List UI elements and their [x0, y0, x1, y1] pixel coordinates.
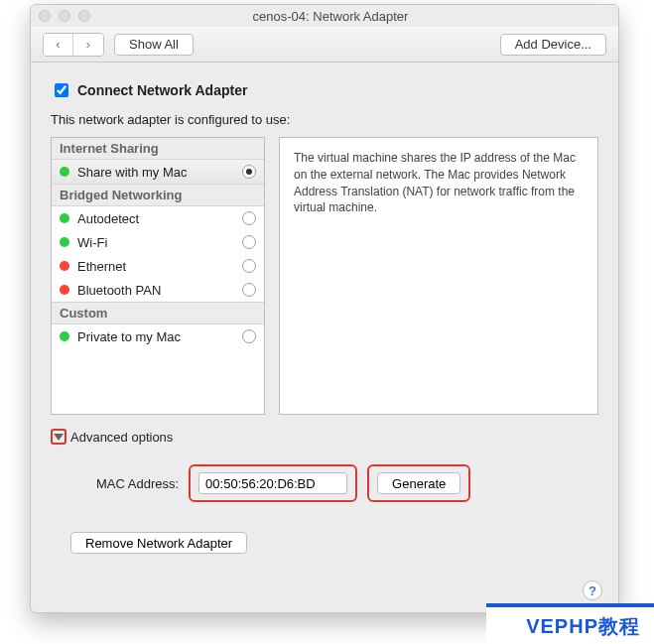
option-wifi[interactable]: Wi-Fi: [52, 230, 264, 254]
connect-label: Connect Network Adapter: [77, 82, 247, 98]
status-dot-icon: [60, 285, 69, 295]
network-mode-list: Internet Sharing Share with my Mac Bridg…: [51, 137, 265, 415]
status-dot-icon: [60, 213, 69, 223]
toolbar: ‹ › Show All Add Device...: [31, 27, 618, 63]
remove-row: Remove Network Adapter: [51, 532, 598, 554]
status-dot-icon: [60, 167, 69, 177]
titlebar: cenos-04: Network Adapter: [31, 5, 618, 27]
option-label: Share with my Mac: [77, 165, 234, 180]
generate-highlight: Generate: [367, 464, 470, 502]
generate-button[interactable]: Generate: [377, 472, 460, 494]
config-subtitle: This network adapter is configured to us…: [51, 112, 598, 127]
option-share-with-mac[interactable]: Share with my Mac: [52, 160, 264, 184]
status-dot-icon: [60, 261, 69, 271]
option-autodetect[interactable]: Autodetect: [52, 206, 264, 230]
status-dot-icon: [60, 237, 69, 247]
show-all-button[interactable]: Show All: [114, 34, 194, 56]
option-label: Ethernet: [77, 259, 234, 274]
close-icon[interactable]: [39, 10, 51, 22]
mac-address-row: MAC Address: Generate: [51, 464, 598, 502]
mode-description: The virtual machine shares the IP addres…: [279, 137, 598, 415]
back-button[interactable]: ‹: [44, 34, 73, 56]
option-ethernet[interactable]: Ethernet: [52, 254, 264, 278]
help-button[interactable]: ?: [583, 580, 602, 600]
option-bluetooth-pan[interactable]: Bluetooth PAN: [52, 278, 264, 302]
connect-checkbox[interactable]: [55, 83, 68, 97]
nav-segment: ‹ ›: [43, 33, 104, 57]
content-pane: Connect Network Adapter This network ada…: [31, 63, 618, 612]
advanced-row: Advanced options: [51, 429, 598, 445]
settings-window: cenos-04: Network Adapter ‹ › Show All A…: [30, 4, 619, 613]
add-device-button[interactable]: Add Device...: [500, 34, 606, 56]
window-title: cenos-04: Network Adapter: [51, 9, 610, 24]
watermark-label: VEPHP教程: [486, 603, 654, 644]
radio-icon[interactable]: [242, 211, 256, 225]
option-label: Bluetooth PAN: [77, 283, 234, 298]
section-bridged: Bridged Networking: [52, 184, 264, 206]
connect-row: Connect Network Adapter: [51, 80, 598, 100]
mac-address-highlight: [189, 464, 357, 502]
mac-address-label: MAC Address:: [96, 476, 179, 491]
advanced-label: Advanced options: [70, 430, 173, 445]
option-label: Wi-Fi: [77, 235, 234, 250]
option-label: Private to my Mac: [77, 329, 234, 344]
svg-marker-0: [54, 434, 64, 441]
section-custom: Custom: [52, 302, 264, 324]
section-internet-sharing: Internet Sharing: [52, 138, 264, 160]
status-dot-icon: [60, 331, 69, 341]
radio-icon[interactable]: [242, 259, 256, 273]
remove-adapter-button[interactable]: Remove Network Adapter: [70, 532, 247, 554]
radio-icon[interactable]: [242, 283, 256, 297]
radio-icon[interactable]: [242, 329, 256, 343]
mac-address-input[interactable]: [198, 472, 347, 494]
option-private-to-mac[interactable]: Private to my Mac: [52, 324, 264, 348]
option-label: Autodetect: [77, 211, 234, 226]
disclosure-triangle-icon[interactable]: [51, 429, 66, 445]
config-row: Internet Sharing Share with my Mac Bridg…: [51, 137, 598, 415]
radio-icon[interactable]: [242, 235, 256, 249]
radio-icon[interactable]: [242, 165, 256, 179]
forward-button[interactable]: ›: [73, 34, 103, 56]
